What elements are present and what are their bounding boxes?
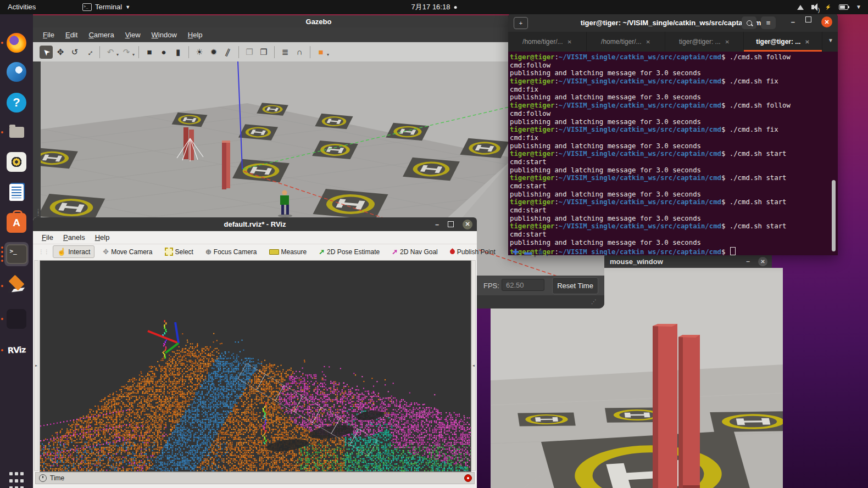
time-panel-header[interactable]: Time: [35, 472, 475, 484]
tool-label: 2D Nav Goal: [400, 248, 438, 256]
tool-select[interactable]: Select: [161, 246, 197, 257]
terminal-minimize-button[interactable]: –: [791, 18, 795, 26]
paste-icon[interactable]: ❒: [257, 46, 270, 59]
tab-close-icon[interactable]: ✕: [567, 39, 571, 45]
dock-item-ubuntu-software[interactable]: A: [4, 211, 29, 235]
displays-panel-collapse-handle[interactable]: ▸: [34, 260, 38, 471]
time-panel-close-icon[interactable]: [464, 474, 472, 482]
new-tab-button[interactable]: +: [514, 17, 528, 29]
rviz-3d-viewport[interactable]: [40, 260, 471, 472]
undo-icon-dropdown[interactable]: ▾: [116, 52, 119, 57]
view-angle-icon-dropdown[interactable]: ▾: [327, 52, 329, 57]
dock-item-rviz[interactable]: RViz: [4, 338, 29, 362]
dock-item-rhythmbox[interactable]: [4, 150, 29, 174]
mouse-window-minimize-button[interactable]: –: [746, 257, 750, 265]
system-status-area[interactable]: ? ⚡ ▼: [797, 0, 861, 14]
redo-icon-dropdown[interactable]: ▾: [132, 52, 135, 57]
directional-light-icon[interactable]: ∥: [221, 46, 235, 59]
tool-measure[interactable]: Measure: [265, 246, 311, 257]
mouse-window-titlebar[interactable]: mouse_window – ✕: [604, 255, 772, 268]
camera-type-button[interactable]: ◉▾: [538, 248, 544, 256]
dock-item-unknown-app[interactable]: [4, 307, 29, 331]
dock-item-gazebo[interactable]: [4, 274, 29, 298]
gazebo-menu-edit[interactable]: Edit: [61, 30, 82, 40]
resize-grip-icon[interactable]: ⋰: [591, 299, 597, 305]
tool-label: Publish Point: [457, 248, 496, 256]
scale-icon[interactable]: ↔: [82, 46, 96, 59]
hamburger-icon: ≡: [766, 19, 771, 27]
tool-publish-point[interactable]: Publish Point: [446, 246, 499, 257]
redo-icon[interactable]: ↷: [120, 46, 133, 59]
terminal-titlebar[interactable]: + tiger@tiger: ~/VISIM_single/catkin_ws/…: [508, 13, 838, 32]
activities-button[interactable]: Activities: [8, 0, 36, 14]
terminal-output-line: publishing and latching message for 3.0 …: [510, 118, 838, 126]
dock-item-files[interactable]: [4, 120, 29, 144]
terminal-prompt-line: tiger@tiger:~/VISIM_single/catkin_ws/src…: [510, 247, 838, 255]
gazebo-menu-file[interactable]: File: [38, 30, 59, 40]
snap-icon[interactable]: ∩: [293, 46, 306, 59]
terminal-tab-1[interactable]: /home/tiger/...✕: [508, 32, 587, 52]
gazebo-menu-help[interactable]: Help: [183, 30, 207, 40]
terminal-output-line: cmd:follow: [510, 110, 838, 118]
rviz-minimize-button[interactable]: –: [435, 221, 439, 228]
box-icon[interactable]: ■: [143, 46, 156, 59]
tab-close-icon[interactable]: ✕: [725, 39, 730, 45]
rviz-close-button[interactable]: ✕: [463, 220, 472, 229]
translate-icon[interactable]: ✥: [54, 46, 67, 59]
tool-focus-camera[interactable]: ⊕Focus Camera: [202, 246, 261, 257]
gazebo-menu-camera[interactable]: Camera: [84, 30, 118, 40]
views-panel-collapse-handle[interactable]: ◂: [471, 260, 476, 471]
app-menu[interactable]: >_ Terminal ▼: [82, 0, 130, 14]
rviz-maximize-button[interactable]: [448, 221, 454, 227]
sphere-icon[interactable]: ●: [157, 46, 170, 59]
tab-close-icon[interactable]: ✕: [646, 39, 650, 45]
add-tool-button[interactable]: ✚: [513, 248, 519, 256]
terminal-output[interactable]: tiger@tiger:~/VISIM_single/catkin_ws/src…: [508, 52, 838, 255]
select-arrow-icon[interactable]: ➤: [40, 46, 53, 59]
dock-item-firefox[interactable]: [4, 31, 29, 55]
rviz-titlebar[interactable]: default.rviz* - RViz – ✕: [33, 217, 477, 231]
terminal-output-line: cmd:start: [510, 182, 838, 190]
cylinder-icon[interactable]: ▮: [171, 46, 185, 59]
view-angle-icon[interactable]: ■: [314, 46, 327, 59]
running-indicator: [1, 307, 3, 331]
copy-icon[interactable]: ❐: [243, 46, 256, 59]
terminal-cursor: [730, 247, 736, 255]
tool-interact[interactable]: ☝Interact: [53, 245, 94, 258]
spot-light-icon[interactable]: ✹: [207, 46, 220, 59]
gazebo-menu-window[interactable]: Window: [147, 30, 181, 40]
tab-close-icon[interactable]: ✕: [805, 39, 809, 45]
gazebo-menu-view[interactable]: View: [121, 30, 145, 40]
dock-item-terminal[interactable]: >_: [4, 242, 29, 266]
clock[interactable]: 7月17 16:18: [411, 0, 457, 14]
terminal-tab-2[interactable]: /home/tiger/...✕: [587, 32, 665, 52]
rviz-menu-panels[interactable]: Panels: [59, 232, 90, 243]
undo-icon[interactable]: ↶: [104, 46, 117, 59]
rviz-menu-help[interactable]: Help: [91, 232, 114, 243]
dock-item-libreoffice-writer[interactable]: [4, 180, 29, 204]
terminal-scrollbar[interactable]: [832, 180, 836, 251]
terminal-tab-3[interactable]: tiger@tiger: ...✕: [665, 32, 744, 52]
tool-move-camera[interactable]: ✥Move Camera: [99, 246, 156, 257]
dock-item-thunderbird[interactable]: [4, 60, 29, 84]
search-button[interactable]: [742, 16, 756, 29]
tab-list-dropdown-icon[interactable]: ▼: [828, 37, 833, 43]
terminal-tab-4[interactable]: tiger@tiger: ...✕: [744, 32, 822, 52]
show-applications-button[interactable]: [4, 469, 29, 488]
remove-tool-button[interactable]: ▬▾: [525, 248, 532, 256]
terminal-output-line: publishing and latching message for 3.0 …: [510, 142, 838, 150]
rviz-menu-file[interactable]: File: [37, 232, 58, 243]
align-icon[interactable]: ≣: [279, 46, 292, 59]
menu-button[interactable]: ≡: [761, 16, 776, 29]
mouse-window-close-button[interactable]: ✕: [758, 257, 767, 266]
toolbar-handle[interactable]: ⋮⋮: [38, 249, 49, 255]
reset-time-button[interactable]: Reset Time: [552, 277, 598, 294]
point-light-icon[interactable]: ☀: [193, 46, 206, 59]
tool-2d-nav-goal[interactable]: ➚2D Nav Goal: [388, 246, 442, 257]
rotate-icon[interactable]: ↺: [68, 46, 81, 59]
dock-item-help[interactable]: ?: [4, 91, 29, 115]
terminal-close-button[interactable]: ✕: [821, 16, 832, 27]
network-icon: ?: [797, 4, 804, 10]
tool-2d-pose-estimate[interactable]: ➚2D Pose Estimate: [315, 246, 383, 257]
terminal-maximize-button[interactable]: [805, 16, 811, 23]
